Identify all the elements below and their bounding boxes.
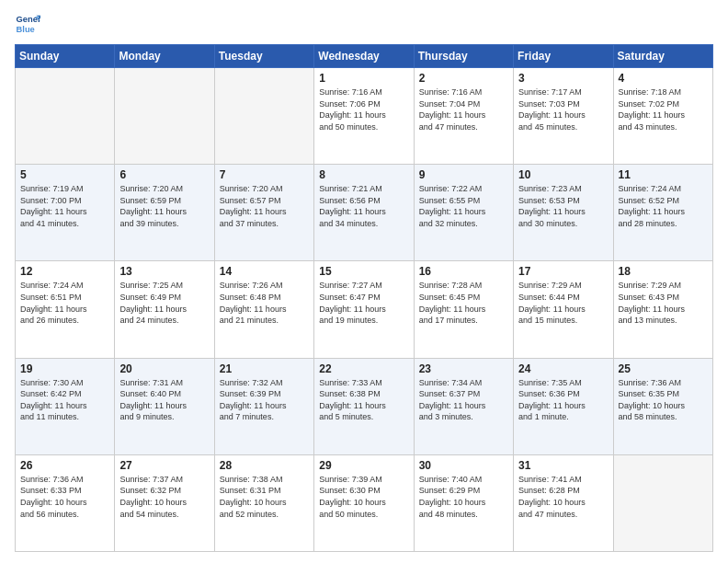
day-number: 14 xyxy=(220,265,309,278)
cell-info: Sunrise: 7:19 AMSunset: 7:00 PMDaylight:… xyxy=(20,183,109,229)
cell-info: Sunrise: 7:28 AMSunset: 6:45 PMDaylight:… xyxy=(419,280,508,326)
calendar-cell: 3Sunrise: 7:17 AMSunset: 7:03 PMDaylight… xyxy=(514,68,613,165)
day-number: 23 xyxy=(419,362,508,375)
cell-info: Sunrise: 7:18 AMSunset: 7:02 PMDaylight:… xyxy=(619,86,708,132)
day-number: 19 xyxy=(20,362,109,375)
calendar-cell: 27Sunrise: 7:37 AMSunset: 6:32 PMDayligh… xyxy=(115,454,214,551)
cell-info: Sunrise: 7:17 AMSunset: 7:03 PMDaylight:… xyxy=(518,86,608,132)
calendar-cell xyxy=(16,68,115,165)
weekday-header: Monday xyxy=(115,45,214,68)
calendar-cell xyxy=(613,454,712,551)
cell-info: Sunrise: 7:16 AMSunset: 7:04 PMDaylight:… xyxy=(419,86,508,132)
header: General Blue xyxy=(15,11,713,37)
day-number: 28 xyxy=(220,459,309,472)
day-number: 1 xyxy=(319,72,408,85)
calendar-cell: 12Sunrise: 7:24 AMSunset: 6:51 PMDayligh… xyxy=(16,261,115,358)
calendar-cell: 9Sunrise: 7:22 AMSunset: 6:55 PMDaylight… xyxy=(414,165,513,261)
logo-icon: General Blue xyxy=(15,11,40,37)
calendar-cell: 14Sunrise: 7:26 AMSunset: 6:48 PMDayligh… xyxy=(214,261,313,358)
page: General Blue SundayMondayTuesdayWednesda… xyxy=(0,0,728,563)
cell-info: Sunrise: 7:24 AMSunset: 6:51 PMDaylight:… xyxy=(20,280,109,326)
cell-info: Sunrise: 7:27 AMSunset: 6:47 PMDaylight:… xyxy=(319,280,408,326)
day-number: 2 xyxy=(419,72,508,85)
day-number: 21 xyxy=(220,362,309,375)
calendar-cell: 28Sunrise: 7:38 AMSunset: 6:31 PMDayligh… xyxy=(214,454,313,551)
day-number: 5 xyxy=(20,168,109,181)
day-number: 20 xyxy=(119,362,209,375)
calendar-cell: 5Sunrise: 7:19 AMSunset: 7:00 PMDaylight… xyxy=(16,165,115,261)
calendar-cell: 11Sunrise: 7:24 AMSunset: 6:52 PMDayligh… xyxy=(613,165,712,261)
day-number: 22 xyxy=(319,362,408,375)
svg-text:General: General xyxy=(17,15,40,24)
day-number: 25 xyxy=(619,362,708,375)
weekday-header: Saturday xyxy=(613,45,712,68)
day-number: 12 xyxy=(20,265,109,278)
calendar-cell xyxy=(115,68,214,165)
cell-info: Sunrise: 7:22 AMSunset: 6:55 PMDaylight:… xyxy=(419,183,508,229)
day-number: 27 xyxy=(119,459,209,472)
calendar-cell: 2Sunrise: 7:16 AMSunset: 7:04 PMDaylight… xyxy=(414,68,513,165)
cell-info: Sunrise: 7:36 AMSunset: 6:35 PMDaylight:… xyxy=(619,377,708,423)
calendar-cell: 16Sunrise: 7:28 AMSunset: 6:45 PMDayligh… xyxy=(414,261,513,358)
day-number: 26 xyxy=(20,459,109,472)
cell-info: Sunrise: 7:30 AMSunset: 6:42 PMDaylight:… xyxy=(20,377,109,423)
calendar-cell: 19Sunrise: 7:30 AMSunset: 6:42 PMDayligh… xyxy=(16,358,115,454)
calendar-cell: 15Sunrise: 7:27 AMSunset: 6:47 PMDayligh… xyxy=(314,261,414,358)
weekday-header: Thursday xyxy=(414,45,513,68)
calendar-cell xyxy=(214,68,313,165)
day-number: 8 xyxy=(319,168,408,181)
cell-info: Sunrise: 7:37 AMSunset: 6:32 PMDaylight:… xyxy=(119,474,209,520)
calendar-cell: 30Sunrise: 7:40 AMSunset: 6:29 PMDayligh… xyxy=(414,454,513,551)
weekday-header: Wednesday xyxy=(314,45,414,68)
cell-info: Sunrise: 7:20 AMSunset: 6:59 PMDaylight:… xyxy=(119,183,209,229)
calendar-cell: 17Sunrise: 7:29 AMSunset: 6:44 PMDayligh… xyxy=(514,261,613,358)
day-number: 24 xyxy=(518,362,608,375)
cell-info: Sunrise: 7:34 AMSunset: 6:37 PMDaylight:… xyxy=(419,377,508,423)
calendar-cell: 21Sunrise: 7:32 AMSunset: 6:39 PMDayligh… xyxy=(214,358,313,454)
cell-info: Sunrise: 7:21 AMSunset: 6:56 PMDaylight:… xyxy=(319,183,408,229)
day-number: 9 xyxy=(419,168,508,181)
calendar-cell: 24Sunrise: 7:35 AMSunset: 6:36 PMDayligh… xyxy=(514,358,613,454)
cell-info: Sunrise: 7:33 AMSunset: 6:38 PMDaylight:… xyxy=(319,377,408,423)
day-number: 3 xyxy=(518,72,608,85)
day-number: 30 xyxy=(419,459,508,472)
weekday-header: Sunday xyxy=(16,45,115,68)
calendar-cell: 26Sunrise: 7:36 AMSunset: 6:33 PMDayligh… xyxy=(16,454,115,551)
cell-info: Sunrise: 7:32 AMSunset: 6:39 PMDaylight:… xyxy=(220,377,309,423)
calendar-cell: 7Sunrise: 7:20 AMSunset: 6:57 PMDaylight… xyxy=(214,165,313,261)
cell-info: Sunrise: 7:23 AMSunset: 6:53 PMDaylight:… xyxy=(518,183,608,229)
cell-info: Sunrise: 7:20 AMSunset: 6:57 PMDaylight:… xyxy=(220,183,309,229)
calendar-cell: 20Sunrise: 7:31 AMSunset: 6:40 PMDayligh… xyxy=(115,358,214,454)
svg-text:Blue: Blue xyxy=(17,25,35,34)
day-number: 13 xyxy=(119,265,209,278)
cell-info: Sunrise: 7:24 AMSunset: 6:52 PMDaylight:… xyxy=(619,183,708,229)
cell-info: Sunrise: 7:25 AMSunset: 6:49 PMDaylight:… xyxy=(119,280,209,326)
calendar-cell: 31Sunrise: 7:41 AMSunset: 6:28 PMDayligh… xyxy=(514,454,613,551)
calendar-table: SundayMondayTuesdayWednesdayThursdayFrid… xyxy=(15,44,713,552)
logo: General Blue xyxy=(15,11,40,37)
calendar-cell: 1Sunrise: 7:16 AMSunset: 7:06 PMDaylight… xyxy=(314,68,414,165)
calendar-cell: 10Sunrise: 7:23 AMSunset: 6:53 PMDayligh… xyxy=(514,165,613,261)
calendar-cell: 13Sunrise: 7:25 AMSunset: 6:49 PMDayligh… xyxy=(115,261,214,358)
day-number: 4 xyxy=(619,72,708,85)
day-number: 18 xyxy=(619,265,708,278)
cell-info: Sunrise: 7:36 AMSunset: 6:33 PMDaylight:… xyxy=(20,474,109,520)
day-number: 15 xyxy=(319,265,408,278)
calendar-cell: 8Sunrise: 7:21 AMSunset: 6:56 PMDaylight… xyxy=(314,165,414,261)
cell-info: Sunrise: 7:41 AMSunset: 6:28 PMDaylight:… xyxy=(518,474,608,520)
calendar-cell: 6Sunrise: 7:20 AMSunset: 6:59 PMDaylight… xyxy=(115,165,214,261)
cell-info: Sunrise: 7:29 AMSunset: 6:43 PMDaylight:… xyxy=(619,280,708,326)
day-number: 16 xyxy=(419,265,508,278)
calendar-cell: 23Sunrise: 7:34 AMSunset: 6:37 PMDayligh… xyxy=(414,358,513,454)
calendar-cell: 18Sunrise: 7:29 AMSunset: 6:43 PMDayligh… xyxy=(613,261,712,358)
cell-info: Sunrise: 7:39 AMSunset: 6:30 PMDaylight:… xyxy=(319,474,408,520)
cell-info: Sunrise: 7:31 AMSunset: 6:40 PMDaylight:… xyxy=(119,377,209,423)
calendar-cell: 29Sunrise: 7:39 AMSunset: 6:30 PMDayligh… xyxy=(314,454,414,551)
cell-info: Sunrise: 7:26 AMSunset: 6:48 PMDaylight:… xyxy=(220,280,309,326)
weekday-header: Tuesday xyxy=(214,45,313,68)
day-number: 6 xyxy=(119,168,209,181)
cell-info: Sunrise: 7:16 AMSunset: 7:06 PMDaylight:… xyxy=(319,86,408,132)
calendar-cell: 25Sunrise: 7:36 AMSunset: 6:35 PMDayligh… xyxy=(613,358,712,454)
day-number: 11 xyxy=(619,168,708,181)
cell-info: Sunrise: 7:38 AMSunset: 6:31 PMDaylight:… xyxy=(220,474,309,520)
